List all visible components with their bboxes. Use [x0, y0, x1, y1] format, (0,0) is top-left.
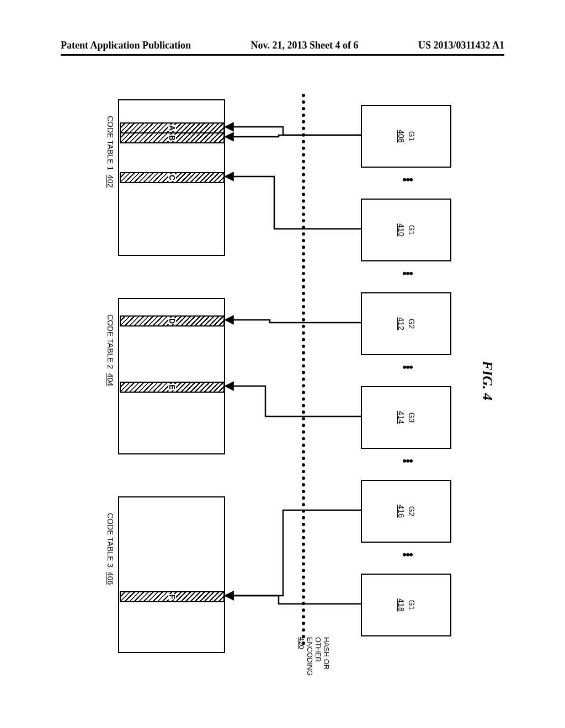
- group-box-g1-418: G1 418: [361, 574, 451, 636]
- group-box-g2-416: G2 416: [361, 480, 451, 543]
- code-table-2: D E: [118, 298, 225, 454]
- group-name: G1: [406, 600, 417, 611]
- figure-4: FIG. 4 G1 408 G1 410: [71, 83, 495, 678]
- code-table-1: A B C: [118, 99, 225, 256]
- arrow: [225, 596, 363, 604]
- arrow: [225, 510, 363, 596]
- ellipsis-icon: •••: [403, 553, 413, 557]
- label-line: OTHER: [313, 637, 322, 676]
- group-name: G1: [406, 225, 417, 235]
- group-box-g2-412: G2 412: [361, 292, 451, 355]
- entry-d: D: [120, 315, 225, 326]
- header-center: Nov. 21, 2013 Sheet 4 of 6: [251, 40, 359, 51]
- arrow: [225, 320, 363, 323]
- page: Patent Application Publication Nov. 21, …: [0, 0, 565, 728]
- ellipsis-icon: •••: [403, 178, 413, 182]
- group-name: G2: [406, 506, 417, 517]
- entry-b: B: [120, 132, 225, 143]
- group-box-g1-408: G1 408: [361, 105, 451, 168]
- header-left: Patent Application Publication: [61, 40, 191, 51]
- entry-f: F: [120, 591, 225, 602]
- group-box-g3-414: G3 414: [361, 386, 451, 449]
- figure-rotator: FIG. 4 G1 408 G1 410: [71, 83, 495, 678]
- encoding-divider: [302, 94, 305, 645]
- group-ref: 410: [396, 223, 406, 236]
- entry-e: E: [120, 382, 225, 393]
- arrow: [225, 135, 363, 137]
- code-table-3: F: [118, 496, 225, 653]
- group-ref: 414: [396, 411, 406, 424]
- group-ref: 412: [396, 317, 406, 330]
- entry-a: A: [120, 122, 225, 133]
- label-line: HASH OR: [322, 637, 330, 676]
- group-ref: 418: [396, 598, 406, 611]
- group-name: G2: [406, 319, 417, 329]
- figure-label: FIG. 4: [479, 361, 495, 400]
- encoding-divider-label: HASH OR OTHER ENCODING 420: [297, 637, 330, 676]
- label-line: ENCODING: [305, 637, 313, 676]
- entry-c: C: [120, 172, 225, 183]
- code-table-1-caption: CODE TABLE 1 402: [106, 116, 115, 188]
- group-name: G1: [406, 131, 417, 142]
- ellipsis-icon: •••: [403, 365, 413, 370]
- group-name: G3: [406, 413, 417, 423]
- group-ref: 416: [396, 505, 406, 517]
- page-header: Patent Application Publication Nov. 21, …: [61, 40, 504, 51]
- ellipsis-icon: •••: [403, 271, 413, 276]
- code-table-2-caption: CODE TABLE 2 404: [106, 314, 115, 386]
- group-box-g1-410: G1 410: [361, 199, 451, 261]
- header-rule: [61, 54, 504, 56]
- arrow: [225, 127, 363, 135]
- header-right: US 2013/0311432 A1: [418, 40, 504, 51]
- code-table-3-caption: CODE TABLE 3 406: [106, 513, 115, 585]
- label-ref: 420: [297, 637, 305, 676]
- arrow: [225, 386, 363, 416]
- group-ref: 408: [396, 130, 406, 142]
- arrow: [225, 176, 363, 229]
- ellipsis-icon: •••: [403, 459, 413, 463]
